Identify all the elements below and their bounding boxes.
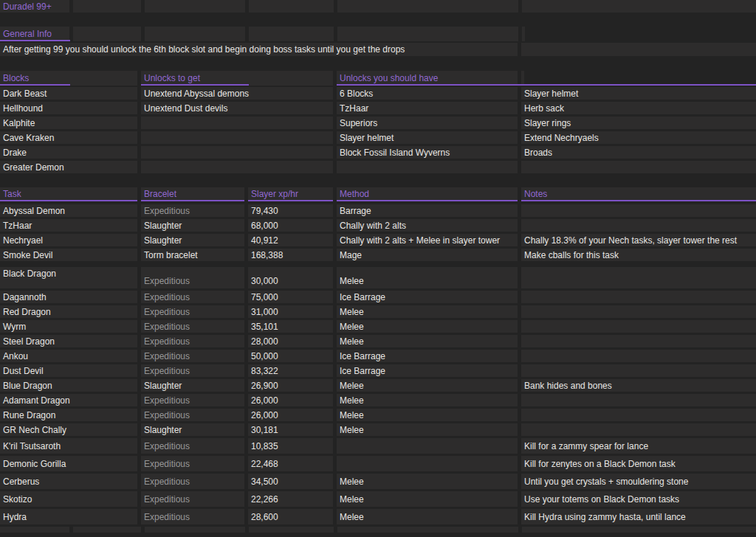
task-name: Skotizo bbox=[3, 494, 32, 505]
method-cell: Melee bbox=[337, 423, 518, 436]
unlocks-to-get-heading: Unlocks to get bbox=[144, 73, 200, 83]
blocks-row: Dark Beast Unextend Abyssal demons 6 Blo… bbox=[0, 87, 756, 100]
unlock-have-cell-a: Slayer helmet bbox=[337, 131, 518, 144]
notes-cell bbox=[521, 394, 756, 406]
notes-cell bbox=[521, 305, 756, 318]
empty-cell bbox=[73, 0, 141, 13]
general-info-text-cell: After getting 99 you should unlock the 6… bbox=[0, 43, 518, 56]
method-cell: Melee bbox=[337, 379, 518, 392]
notes-cell: Make cballs for this task bbox=[521, 249, 756, 261]
xp-value: 79,430 bbox=[251, 206, 278, 216]
method-cell: Melee bbox=[337, 305, 518, 318]
xp-cell: 22,266 bbox=[248, 491, 333, 507]
xp-cell: 30,000 bbox=[248, 267, 333, 288]
bracelet-cell: Expeditious bbox=[141, 409, 244, 421]
notes-cell: Until you get crystals + smouldering sto… bbox=[521, 474, 756, 489]
task-table-header-row: Task Bracelet Slayer xp/hr Method Notes bbox=[0, 187, 756, 201]
task-cell: Hydra bbox=[0, 509, 137, 524]
unlock-have-cell-b: Broads bbox=[521, 146, 756, 159]
method-cell bbox=[337, 456, 518, 471]
task-cell: K'ril Tsutsaroth bbox=[0, 438, 137, 454]
method-value: Melee bbox=[340, 477, 364, 487]
task-cell: Abyssal Demon bbox=[0, 204, 137, 217]
notes-cell: Use your totems on Black Demon tasks bbox=[521, 491, 756, 507]
notes-cell bbox=[521, 267, 756, 288]
general-info-text-row: After getting 99 you should unlock the 6… bbox=[0, 43, 756, 56]
xp-value: 28,000 bbox=[251, 336, 278, 347]
notes-value: Make cballs for this task bbox=[524, 250, 619, 260]
notes-value: Kill Hydra using zammy hasta, until lanc… bbox=[524, 512, 686, 522]
xp-value: 28,600 bbox=[251, 512, 278, 522]
task-name: Cerberus bbox=[3, 477, 39, 487]
xp-cell: 75,000 bbox=[248, 291, 333, 303]
task-table-row: Dagannoth Expeditious 75,000 Ice Barrage bbox=[0, 291, 756, 303]
empty-cell bbox=[337, 527, 518, 533]
xp-value: 50,000 bbox=[251, 351, 278, 361]
unlocks-have-heading: Unlocks you should have bbox=[340, 73, 438, 83]
bracelet-value: Expeditious bbox=[144, 206, 190, 216]
xp-value: 30,000 bbox=[251, 276, 278, 286]
unlock-to-get-value: Unextend Dust devils bbox=[144, 103, 227, 114]
notes-value: Bank hides and bones bbox=[524, 381, 612, 391]
xp-value: 34,500 bbox=[251, 477, 278, 487]
empty-cell bbox=[337, 0, 518, 13]
task-table-row: Adamant Dragon Expeditious 26,000 Melee bbox=[0, 394, 756, 406]
bracelet-value: Expeditious bbox=[144, 395, 190, 406]
task-cell: Ankou bbox=[0, 350, 137, 362]
notes-cell bbox=[521, 364, 756, 377]
unlock-have-cell-a: TzHaar bbox=[337, 102, 518, 114]
unlock-have-cell-b: Extend Nechryaels bbox=[521, 131, 756, 144]
task-table-row: Smoke Devil Torm bracelet 168,388 Mage M… bbox=[0, 249, 756, 261]
footer-band-row bbox=[0, 527, 756, 533]
xp-value: 10,835 bbox=[251, 441, 278, 451]
blocks-list: Dark Beast Unextend Abyssal demons 6 Blo… bbox=[0, 87, 756, 173]
unlock-to-get-cell bbox=[141, 146, 333, 159]
xp-value: 40,912 bbox=[251, 235, 278, 246]
unlock-have-value-b: Extend Nechryaels bbox=[524, 133, 599, 143]
xp-value: 83,322 bbox=[251, 366, 278, 376]
xp-cell: 68,000 bbox=[248, 219, 333, 232]
empty-cell bbox=[337, 27, 518, 41]
notes-cell bbox=[521, 335, 756, 347]
title-row: Duradel 99+ bbox=[0, 0, 756, 13]
xp-cell: 26,900 bbox=[248, 379, 333, 392]
bracelet-value: Expeditious bbox=[144, 276, 190, 286]
task-cell: Demonic Gorilla bbox=[0, 456, 137, 471]
bracelet-cell: Expeditious bbox=[141, 456, 244, 471]
bracelet-value: Slaughter bbox=[144, 425, 182, 435]
notes-cell: Kill for a zammy spear for lance bbox=[521, 438, 756, 454]
method-value: Melee bbox=[340, 322, 364, 332]
xp-value: 26,000 bbox=[251, 395, 278, 406]
task-table-row: GR Nech Chally Slaughter 30,181 Melee bbox=[0, 423, 756, 436]
unlock-to-get-cell bbox=[141, 131, 333, 144]
bracelet-cell: Torm bracelet bbox=[141, 249, 244, 261]
method-value: Melee bbox=[340, 307, 364, 317]
xp-cell: 31,000 bbox=[248, 305, 333, 318]
method-cell: Barrage bbox=[337, 204, 518, 217]
task-cell: GR Nech Chally bbox=[0, 423, 137, 436]
general-info-underline bbox=[0, 40, 70, 41]
slayer-guide-sheet: Duradel 99+ General Info After getting 9… bbox=[0, 0, 756, 537]
unlock-to-get-cell: Unextend Dust devils bbox=[141, 102, 333, 114]
blocks-header-row: Blocks Unlocks to get Unlocks you should… bbox=[0, 71, 756, 86]
task-name: Blue Dragon bbox=[3, 381, 52, 391]
method-value: Barrage bbox=[340, 206, 371, 216]
task-table-row: Black Dragon Expeditious 30,000 Melee bbox=[0, 267, 756, 288]
blocks-row: Cave Kraken Slayer helmet Extend Nechrya… bbox=[0, 131, 756, 144]
notes-cell: Chally 18.3% of your Nech tasks, slayer … bbox=[521, 234, 756, 246]
bracelet-value: Slaughter bbox=[144, 381, 182, 391]
block-cell: Kalphite bbox=[0, 117, 137, 129]
notes-header-cell: Notes bbox=[521, 187, 756, 201]
general-info-text: After getting 99 you should unlock the 6… bbox=[3, 44, 405, 55]
task-name: Adamant Dragon bbox=[3, 395, 70, 406]
task-table-row: TzHaar Slaughter 68,000 Chally with 2 al… bbox=[0, 219, 756, 232]
bracelet-header-cell: Bracelet bbox=[141, 187, 244, 201]
unlock-have-value-a: Superiors bbox=[340, 118, 377, 128]
notes-cell: Kill for zenytes on a Black Demon task bbox=[521, 456, 756, 471]
unlocks-to-get-underline bbox=[141, 84, 249, 86]
unlock-to-get-cell bbox=[141, 117, 333, 129]
notes-value: Kill for a zammy spear for lance bbox=[524, 441, 648, 451]
xp-heading: Slayer xp/hr bbox=[251, 189, 298, 199]
bracelet-cell: Expeditious bbox=[141, 305, 244, 318]
unlock-have-cell-a bbox=[337, 161, 518, 173]
